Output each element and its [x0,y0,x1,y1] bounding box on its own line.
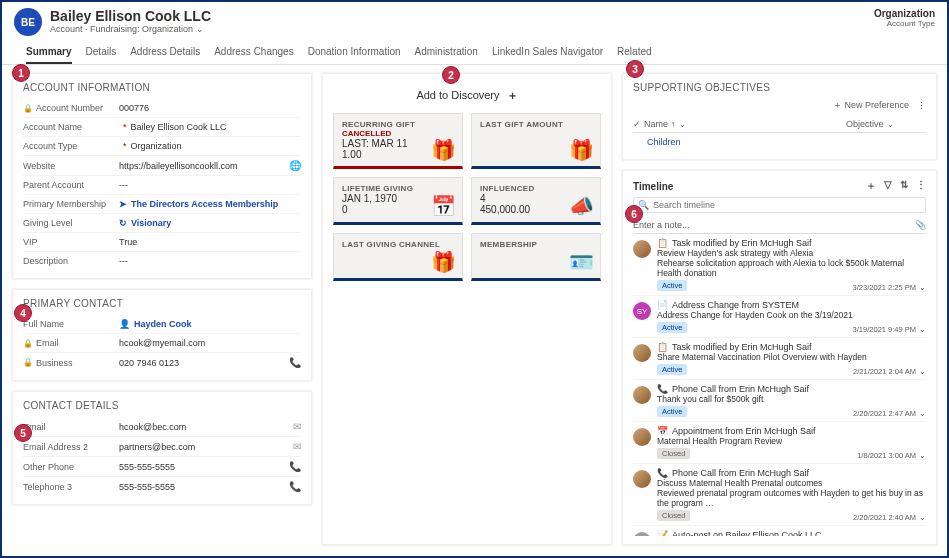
timeline-note-row[interactable]: Enter a note... 📎 [633,217,926,234]
col-objective-header[interactable]: Objective ⌄ [846,119,926,129]
new-preference-button[interactable]: ＋ New Preference [833,99,909,112]
field-row[interactable]: Account Type*Organization [23,137,301,156]
tab-linkedin-sales-navigator[interactable]: LinkedIn Sales Navigator [492,42,603,64]
field-row[interactable]: 🔒Account Number000776 [23,99,301,118]
timeline-search-input[interactable] [653,200,921,210]
more-icon[interactable]: ⋮ [917,101,926,111]
annotation-badge-5: 5 [14,424,32,442]
chevron-down-icon[interactable]: ⌄ [919,451,926,460]
tab-address-changes[interactable]: Address Changes [214,42,294,64]
col-name-header[interactable]: ✓ Name ↑ ⌄ [633,119,846,129]
timeline-item[interactable]: 📞Phone Call from Erin McHugh Saif Thank … [633,380,926,422]
field-row[interactable]: 🔒Emailhcook@myemail.com [23,334,301,353]
contact-details-title: CONTACT DETAILS [23,400,301,411]
right-column: SUPPORTING OBJECTIVES ＋ New Preference ⋮… [622,73,937,545]
card-bg-icon: 📅 [431,194,456,218]
timeline-item[interactable]: 📞Phone Call from Erin McHugh Saif Discus… [633,464,926,526]
field-value[interactable]: 👤Hayden Cook [119,319,301,329]
tab-administration[interactable]: Administration [415,42,478,64]
metric-card[interactable]: LAST GIVING CHANNEL🎁 [333,233,463,281]
timeline-badge: Active [657,322,687,333]
mail-icon[interactable]: ✉ [293,421,301,432]
field-row[interactable]: Primary Membership➤The Directors Access … [23,195,301,214]
field-row[interactable]: Account Name*Bailey Ellison Cook LLC [23,118,301,137]
field-value: 020 7946 0123📞 [119,357,301,368]
chevron-down-icon[interactable]: ⌄ [919,409,926,418]
add-to-discovery-button[interactable]: Add to Discovery ＋ [333,82,601,113]
field-row[interactable]: Parent Account--- [23,176,301,195]
field-value[interactable]: ➤The Directors Access Membership [119,199,301,209]
tab-summary[interactable]: Summary [26,42,72,64]
card-status: CANCELLED [342,129,454,138]
timeline-avatar [633,344,651,362]
field-row[interactable]: 🔒Business020 7946 0123📞 [23,353,301,372]
timeline-item[interactable]: 📝Auto-post on Bailey Ellison Cook LLC Ac… [633,526,926,536]
field-row[interactable]: Full Name👤Hayden Cook [23,315,301,334]
phone-icon[interactable]: 📞 [289,461,301,472]
metric-card[interactable]: LAST GIFT AMOUNT🎁 [471,113,601,169]
field-row[interactable]: VIPTrue [23,233,301,252]
field-row[interactable]: Description--- [23,252,301,270]
timeline-more-icon[interactable]: ⋮ [916,179,926,193]
attachment-icon[interactable]: 📎 [915,220,926,230]
account-subtitle[interactable]: Account · Fundraising: Organization ⌄ [50,24,211,34]
tab-address-details[interactable]: Address Details [130,42,200,64]
new-preference-label: New Preference [844,100,909,110]
timeline-desc-line: Reviewed prenatal program outcomes with … [657,488,926,508]
timeline-item[interactable]: 📋Task modified by Erin McHugh Saif Revie… [633,234,926,296]
chevron-down-icon[interactable]: ⌄ [919,283,926,292]
card-title: MEMBERSHIP [480,240,592,249]
timeline-desc-line: Share Maternal Vaccination Pilot Overvie… [657,352,926,362]
lock-icon: 🔒 [23,339,33,348]
timeline-item-title: Task modified by Erin McHugh Saif [672,238,812,248]
timeline-item[interactable]: 📅Appointment from Erin McHugh Saif Mater… [633,422,926,464]
timeline-desc-line: Maternal Health Program Review [657,436,926,446]
tab-bar: SummaryDetailsAddress DetailsAddress Cha… [2,38,947,65]
timeline-title: Timeline [633,181,673,192]
arrow-icon: ➤ [119,199,127,209]
field-label: VIP [23,237,119,247]
chevron-down-icon[interactable]: ⌄ [919,513,926,522]
chevron-down-icon[interactable]: ⌄ [919,325,926,334]
discovery-label: Add to Discovery [416,89,499,101]
timeline-add-icon[interactable]: ＋ [866,179,876,193]
field-row[interactable]: Other Phone555-555-5555📞 [23,457,301,477]
field-value[interactable]: ↻Visionary [119,218,301,228]
supporting-name[interactable]: Children [633,137,926,147]
timeline-meta: 3/19/2021 9:49 PM ⌄ [853,325,926,334]
globe-icon[interactable]: 🌐 [289,160,301,171]
field-row[interactable]: Emailhcook@bec.com✉ [23,417,301,437]
cycle-icon: ↻ [119,218,127,228]
tab-details[interactable]: Details [86,42,117,64]
activity-type-icon: 📅 [657,426,668,436]
annotation-badge-4: 4 [14,304,32,322]
phone-icon[interactable]: 📞 [289,481,301,492]
timeline-filter-icon[interactable]: ▽ [884,179,892,193]
field-row[interactable]: Email Address 2partners@bec.com✉ [23,437,301,457]
tab-donation-information[interactable]: Donation Information [308,42,401,64]
timeline-avatar: SY [633,302,651,320]
timeline-sort-icon[interactable]: ⇅ [900,179,908,193]
field-row[interactable]: Websitehttps://baileyellisoncookll.com🌐 [23,156,301,176]
chevron-down-icon[interactable]: ⌄ [919,367,926,376]
field-row[interactable]: Giving Level↻Visionary [23,214,301,233]
annotation-badge-2: 2 [442,66,460,84]
phone-icon[interactable]: 📞 [289,357,301,368]
metric-card[interactable]: LIFETIME GIVINGJAN 1, 19700📅 [333,177,463,225]
person-icon: 👤 [119,319,130,329]
annotation-badge-1: 1 [12,64,30,82]
timeline-item[interactable]: SY 📄Address Change from SYSTEM Address C… [633,296,926,338]
timeline-search[interactable]: 🔍 [633,197,926,213]
field-value: https://baileyellisoncookll.com🌐 [119,160,301,171]
field-row[interactable]: Telephone 3555-555-5555📞 [23,477,301,496]
metric-card[interactable]: INFLUENCED4450,000.00📣 [471,177,601,225]
timeline-badge: Closed [657,510,690,521]
timeline-item[interactable]: 📋Task modified by Erin McHugh Saif Share… [633,338,926,380]
timeline-list[interactable]: 📋Task modified by Erin McHugh Saif Revie… [633,234,926,536]
timeline-desc-line: Review Hayden's ask strategy with Alexia [657,248,926,258]
metric-card[interactable]: MEMBERSHIP🪪 [471,233,601,281]
timeline-meta: 3/23/2021 2:25 PM ⌄ [853,283,926,292]
mail-icon[interactable]: ✉ [293,441,301,452]
metric-card[interactable]: RECURRING GIFTCANCELLEDLAST: MAR 111.00🎁 [333,113,463,169]
supporting-row[interactable]: Children [633,133,926,151]
